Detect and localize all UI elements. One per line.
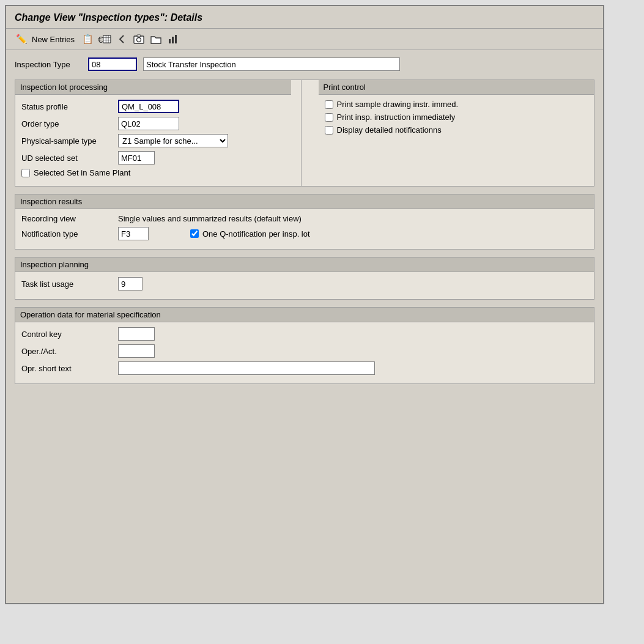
inspection-planning-header: Inspection planning bbox=[15, 257, 594, 272]
display-detailed-row: Display detailed notificationns bbox=[325, 125, 588, 135]
folder-icon[interactable] bbox=[149, 32, 163, 46]
inspection-type-code[interactable] bbox=[88, 57, 137, 71]
inspection-lot-content: Status profile Order type Physical-sampl… bbox=[15, 95, 291, 186]
status-profile-row: Status profile bbox=[21, 100, 285, 113]
selected-set-same-plant-row: Selected Set in Same Plant bbox=[21, 168, 285, 177]
svg-rect-10 bbox=[175, 35, 177, 43]
ud-selected-set-label: UD selected set bbox=[21, 154, 113, 163]
new-entries-label: New Entries bbox=[32, 35, 75, 44]
one-q-notification-label: One Q-notification per insp. lot bbox=[202, 229, 310, 239]
opr-short-text-row: Opr. short text bbox=[21, 361, 588, 375]
oper-act-row: Oper./Act. bbox=[21, 344, 588, 358]
order-type-row: Order type bbox=[21, 117, 285, 130]
print-control-header: Print control bbox=[319, 80, 594, 95]
inspection-results-section: Inspection results Recording view Single… bbox=[15, 194, 594, 250]
physical-sample-type-row: Physical-sample type Z1 Sample for sche.… bbox=[21, 134, 285, 147]
ud-selected-set-input[interactable] bbox=[118, 151, 155, 165]
notification-type-label: Notification type bbox=[21, 229, 113, 239]
control-key-row: Control key bbox=[21, 327, 588, 341]
control-key-label: Control key bbox=[21, 330, 113, 339]
inspection-type-row: Inspection Type bbox=[15, 57, 594, 71]
print-sample-drawing-row: Print sample drawing instr. immed. bbox=[325, 100, 588, 109]
oper-act-input[interactable] bbox=[118, 344, 155, 358]
svg-rect-9 bbox=[172, 37, 174, 43]
opr-short-text-input[interactable] bbox=[118, 361, 375, 375]
svg-rect-7 bbox=[137, 35, 141, 37]
edit-icon[interactable]: ✏️ bbox=[15, 32, 28, 46]
camera-icon[interactable] bbox=[132, 32, 146, 46]
back-icon[interactable] bbox=[115, 32, 128, 46]
inspection-lot-left: Inspection lot processing Status profile… bbox=[15, 80, 302, 186]
inspection-type-description[interactable] bbox=[143, 57, 400, 71]
table-icon[interactable]: € bbox=[98, 32, 111, 46]
inspection-planning-section: Inspection planning Task list usage bbox=[15, 257, 594, 300]
chart-icon[interactable] bbox=[166, 32, 180, 46]
toolbar: ✏️ New Entries 📋 € bbox=[6, 29, 603, 50]
print-control-right: Print control Print sample drawing instr… bbox=[314, 80, 594, 186]
notification-type-input[interactable] bbox=[118, 227, 149, 240]
content-area: Inspection Type Inspection lot processin… bbox=[6, 50, 603, 399]
inspection-type-label: Inspection Type bbox=[15, 60, 82, 69]
inspection-lot-header: Inspection lot processing bbox=[15, 80, 291, 95]
print-sample-drawing-checkbox[interactable] bbox=[325, 100, 333, 109]
operation-data-content: Control key Oper./Act. Opr. short text bbox=[15, 322, 594, 383]
opr-short-text-label: Opr. short text bbox=[21, 364, 113, 373]
print-insp-instruction-checkbox[interactable] bbox=[325, 113, 333, 122]
physical-sample-type-label: Physical-sample type bbox=[21, 136, 113, 146]
recording-view-value: Single values and summarized results (de… bbox=[118, 214, 302, 223]
selected-set-same-plant-checkbox[interactable] bbox=[21, 169, 30, 177]
recording-view-row: Recording view Single values and summari… bbox=[21, 214, 588, 223]
status-profile-label: Status profile bbox=[21, 102, 113, 111]
inspection-results-content: Recording view Single values and summari… bbox=[15, 209, 594, 249]
print-insp-instruction-label: Print insp. instruction immediately bbox=[337, 113, 456, 122]
control-key-input[interactable] bbox=[118, 327, 155, 341]
task-list-usage-label: Task list usage bbox=[21, 279, 113, 289]
one-q-notification-row: One Q-notification per insp. lot bbox=[190, 229, 310, 239]
physical-sample-type-select[interactable]: Z1 Sample for sche... bbox=[118, 134, 228, 147]
title-bar: Change View "Inspection types": Details bbox=[6, 6, 603, 29]
svg-rect-5 bbox=[134, 36, 144, 43]
status-profile-input[interactable] bbox=[118, 100, 179, 113]
operation-data-section: Operation data for material specificatio… bbox=[15, 307, 594, 384]
task-list-usage-row: Task list usage bbox=[21, 277, 588, 291]
inspection-planning-content: Task list usage bbox=[15, 272, 594, 299]
page-title: Change View "Inspection types": Details bbox=[15, 12, 202, 23]
print-sample-drawing-label: Print sample drawing instr. immed. bbox=[337, 100, 459, 109]
print-control-content: Print sample drawing instr. immed. Print… bbox=[319, 95, 594, 143]
operation-data-header: Operation data for material specificatio… bbox=[15, 308, 594, 322]
inspection-results-header: Inspection results bbox=[15, 194, 594, 209]
order-type-label: Order type bbox=[21, 119, 113, 128]
task-list-usage-input[interactable] bbox=[118, 277, 142, 291]
notification-type-row: Notification type One Q-notification per… bbox=[21, 227, 588, 240]
display-detailed-label: Display detailed notificationns bbox=[337, 125, 442, 135]
print-insp-instruction-row: Print insp. instruction immediately bbox=[325, 113, 588, 122]
one-q-notification-checkbox[interactable] bbox=[190, 229, 199, 238]
order-type-input[interactable] bbox=[118, 117, 179, 130]
oper-act-label: Oper./Act. bbox=[21, 347, 113, 356]
svg-rect-8 bbox=[169, 39, 171, 43]
copy-icon[interactable]: 📋 bbox=[81, 32, 94, 46]
recording-view-label: Recording view bbox=[21, 214, 113, 223]
display-detailed-checkbox[interactable] bbox=[325, 126, 333, 135]
main-window: Change View "Inspection types": Details … bbox=[5, 5, 604, 604]
inspection-lot-section: Inspection lot processing Status profile… bbox=[15, 80, 594, 187]
ud-selected-set-row: UD selected set bbox=[21, 151, 285, 165]
selected-set-same-plant-label: Selected Set in Same Plant bbox=[34, 168, 130, 177]
svg-rect-0 bbox=[103, 35, 111, 43]
